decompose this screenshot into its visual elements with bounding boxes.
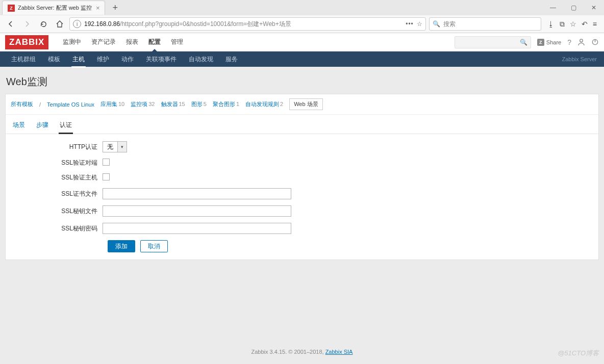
sub-nav-maintenance[interactable]: 维护: [91, 51, 115, 68]
ssl-key-password-input[interactable]: [103, 223, 291, 234]
sub-nav-hosts[interactable]: 主机: [66, 51, 91, 68]
arrow-right-icon: [23, 20, 31, 28]
content-card: 所有模板 / Template OS Linux 应用集10 监控项32 触发器…: [5, 94, 599, 260]
footer: Zabbix 3.4.15. © 2001–2018, Zabbix SIA: [0, 349, 604, 355]
top-menu-inventory[interactable]: 资产记录: [86, 33, 121, 51]
bc-graphs[interactable]: 图形: [191, 101, 203, 107]
chevron-down-icon: ▾: [117, 142, 127, 152]
page-actions-icon[interactable]: •••: [406, 20, 414, 28]
browser-tab-title: Zabbix Server: 配置 web 监控: [18, 4, 92, 12]
top-menu-administration[interactable]: 管理: [166, 33, 188, 51]
ssl-verify-peer-label: SSL验证对端: [12, 159, 103, 167]
new-tab-button[interactable]: +: [109, 3, 121, 13]
favicon-icon: Z: [8, 5, 15, 12]
search-icon: 🔍: [433, 20, 440, 28]
url-text: 192.168.0.86/httpconf.php?groupid=0&host…: [84, 20, 402, 29]
page-title: Web监测: [5, 72, 599, 94]
z-badge-icon: Z: [537, 39, 544, 46]
breadcrumb-bar: 所有模板 / Template OS Linux 应用集10 监控项32 触发器…: [6, 94, 598, 115]
browser-chrome: Z Zabbix Server: 配置 web 监控 × + — ▢ ✕ i 1…: [0, 0, 604, 33]
ssl-key-file-label: SSL秘钥文件: [12, 207, 103, 216]
power-icon[interactable]: [591, 38, 599, 46]
forward-button[interactable]: [20, 17, 34, 31]
breadcrumb-root[interactable]: 所有模板: [11, 100, 33, 108]
svg-point-0: [580, 39, 583, 42]
header-right: 🔍 Z Share ?: [455, 36, 599, 48]
tab-authentication[interactable]: 认证: [59, 119, 73, 134]
bookmark-star-icon[interactable]: ☆: [417, 20, 422, 28]
top-menu-reports[interactable]: 报表: [121, 33, 143, 51]
undo-icon[interactable]: ↶: [582, 20, 588, 29]
zabbix-logo[interactable]: ZABBIX: [5, 35, 48, 49]
sub-nav: 主机群组 模板 主机 维护 动作 关联项事件 自动发现 服务 Zabbix Se…: [0, 51, 604, 67]
window-maximize-button[interactable]: ▢: [563, 1, 584, 15]
top-menu: 监测中 资产记录 报表 配置 管理: [58, 33, 188, 51]
page-body: Web监测 所有模板 / Template OS Linux 应用集10 监控项…: [0, 67, 604, 265]
browser-nav-bar: i 192.168.0.86/httpconf.php?groupid=0&ho…: [0, 15, 604, 33]
sub-nav-server-label: Zabbix Server: [562, 56, 599, 62]
bc-screens[interactable]: 聚合图形: [213, 101, 235, 107]
http-auth-select[interactable]: 无 ▾: [103, 141, 127, 152]
menu-icon[interactable]: ≡: [593, 20, 597, 29]
help-icon[interactable]: ?: [567, 38, 571, 46]
bc-applications[interactable]: 应用集: [100, 101, 117, 107]
watermark: @51CTO博客: [558, 349, 599, 358]
back-button[interactable]: [4, 17, 17, 31]
reload-icon: [40, 20, 47, 28]
reload-button[interactable]: [37, 17, 50, 31]
search-icon: 🔍: [520, 39, 527, 46]
breadcrumb-sep: /: [39, 101, 41, 108]
sub-nav-hostgroups[interactable]: 主机群组: [5, 51, 42, 68]
share-link[interactable]: Z Share: [537, 39, 561, 46]
browser-toolbar: ⭳ ⧉ ☆ ↶ ≡: [544, 20, 600, 29]
top-menu-monitoring[interactable]: 监测中: [58, 33, 86, 51]
footer-link[interactable]: Zabbix SIA: [325, 349, 353, 355]
sub-nav-templates[interactable]: 模板: [42, 51, 66, 68]
http-auth-label: HTTP认证: [12, 143, 103, 151]
form-tabs: 场景 步骤 认证: [6, 115, 598, 134]
tab-scenario[interactable]: 场景: [12, 119, 26, 134]
info-icon[interactable]: i: [73, 20, 81, 28]
http-auth-value: 无: [103, 143, 117, 151]
bc-discovery-rules[interactable]: 自动发现规则: [245, 101, 279, 107]
browser-search-input[interactable]: 🔍 搜索: [429, 17, 541, 31]
bookmark-toolbar-icon[interactable]: ☆: [570, 20, 576, 29]
bc-web-scenarios[interactable]: Web 场景: [289, 98, 322, 110]
breadcrumb-template[interactable]: Template OS Linux: [47, 101, 94, 108]
ssl-verify-peer-checkbox[interactable]: [103, 159, 110, 166]
ssl-cert-file-input[interactable]: [103, 188, 291, 199]
home-button[interactable]: [53, 17, 66, 31]
window-close-button[interactable]: ✕: [584, 1, 604, 15]
top-menu-configuration[interactable]: 配置: [143, 33, 166, 51]
sub-nav-services[interactable]: 服务: [219, 51, 244, 68]
zabbix-header: ZABBIX 监测中 资产记录 报表 配置 管理 🔍 Z Share ?: [0, 33, 604, 51]
ssl-key-file-input[interactable]: [103, 205, 291, 217]
bc-items[interactable]: 监控项: [131, 101, 147, 107]
browser-tab-bar: Z Zabbix Server: 配置 web 监控 × + — ▢ ✕: [0, 0, 604, 15]
browser-tab[interactable]: Z Zabbix Server: 配置 web 监控 ×: [2, 1, 105, 15]
window-minimize-button[interactable]: —: [543, 1, 563, 15]
sub-nav-discovery[interactable]: 自动发现: [183, 51, 219, 68]
ssl-verify-host-label: SSL验证主机: [12, 173, 103, 182]
home-icon: [56, 20, 64, 28]
submit-button[interactable]: 添加: [108, 240, 135, 252]
user-icon[interactable]: [577, 38, 585, 46]
arrow-left-icon: [7, 20, 15, 28]
bc-triggers[interactable]: 触发器: [161, 101, 178, 107]
tab-steps[interactable]: 步骤: [35, 119, 49, 134]
addon-icon[interactable]: ⧉: [560, 20, 565, 29]
cancel-button[interactable]: 取消: [140, 240, 168, 252]
url-bar[interactable]: i 192.168.0.86/httpconf.php?groupid=0&ho…: [69, 17, 426, 31]
downloads-icon[interactable]: ⭳: [547, 20, 555, 29]
sub-nav-actions[interactable]: 动作: [115, 51, 140, 68]
ssl-verify-host-checkbox[interactable]: [103, 173, 110, 180]
form-area: HTTP认证 无 ▾ SSL验证对端 SSL验证主机 SSL证书文件: [6, 134, 598, 259]
zabbix-search-input[interactable]: 🔍: [455, 36, 531, 48]
ssl-key-password-label: SSL秘钥密码: [12, 224, 103, 233]
ssl-cert-file-label: SSL证书文件: [12, 190, 103, 198]
form-buttons: 添加 取消: [12, 240, 592, 252]
sub-nav-correlation[interactable]: 关联项事件: [140, 51, 183, 68]
search-placeholder: 搜索: [443, 20, 456, 29]
tab-close-icon[interactable]: ×: [96, 4, 100, 12]
window-controls: — ▢ ✕: [543, 1, 604, 15]
